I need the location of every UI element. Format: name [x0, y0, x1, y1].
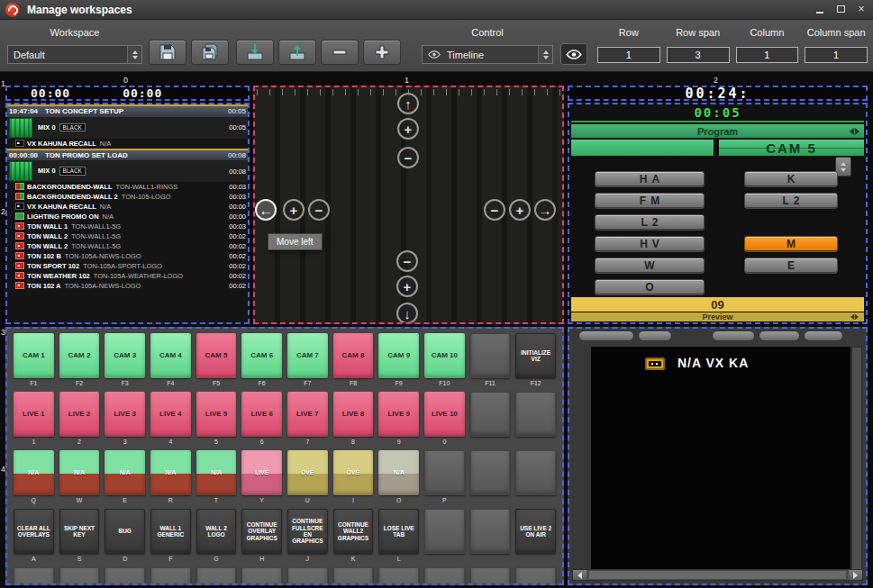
shortcut-pad[interactable]: BUG [105, 509, 145, 554]
vertical-scrollbar[interactable] [851, 347, 862, 570]
rundown-item[interactable]: BACKGROUNDEND-WALLTON-WALL1-RINGS 00:03 [7, 182, 248, 192]
shortcut-pad[interactable] [424, 450, 465, 495]
shortcut-pad[interactable]: LIVE 7 [287, 392, 328, 437]
rundown-item[interactable]: 00:00:00 TON PROMO SET LOAD 00:08 [7, 149, 248, 161]
shortcut-pad[interactable]: LIVE 2 [59, 392, 100, 437]
fader-button[interactable]: FM [595, 193, 705, 209]
shortcut-pad[interactable]: N/A [196, 450, 237, 495]
rundown-item[interactable]: 10:47:04 TON CONCEPT SETUP 00:05 [7, 104, 248, 117]
fader-button[interactable]: M [744, 236, 838, 252]
rundown-item[interactable]: TON WEATHER 102TON-105A-WEATHER-LOGO 00:… [7, 271, 248, 281]
scroll-right-icon[interactable] [849, 570, 862, 580]
fader-button[interactable]: L2 [744, 193, 838, 209]
grow-down-button[interactable]: + [396, 276, 418, 297]
shortcut-pad[interactable]: LIVE 5 [196, 392, 237, 437]
panel-button[interactable] [759, 330, 800, 341]
graphics-preview-cell[interactable]: N/A VX KA [568, 327, 868, 585]
rundown-control-cell[interactable]: 10:47:04 TON CONCEPT SETUP 00:05 MIX 0BL… [5, 103, 250, 324]
shortcut-pad[interactable]: N/A [378, 450, 419, 495]
shortcut-pad[interactable]: LOSE LIVE TAB [378, 509, 419, 554]
shortcut-pad[interactable]: DVE [287, 450, 328, 495]
clock-control-cell[interactable]: 00:00 00:00 [5, 86, 250, 101]
rundown-item[interactable]: TON SPORT 102TON-105A-SPORT-LOGO 00:02 [7, 261, 248, 271]
save-all-workspaces-button[interactable] [191, 40, 229, 65]
fader-button[interactable]: L2 [595, 214, 705, 231]
shortcut-pad[interactable] [470, 333, 511, 378]
shortcut-pad[interactable]: CONTINUE WALL2 GRAPHICS [333, 509, 374, 554]
shortcut-pad[interactable]: WALL 1 GENERIC [150, 509, 191, 554]
shortcut-pad[interactable]: CAM 6 [241, 333, 282, 378]
rundown-item[interactable]: TON 102 ATON-105A-NEWS-LOGO 00:02 [7, 281, 248, 291]
grow-left-button[interactable]: + [283, 199, 305, 221]
shortcut-pad[interactable]: N/A [14, 450, 54, 495]
shortcut-pad[interactable]: LIVE 8 [333, 392, 374, 437]
collapse-icon[interactable] [850, 128, 859, 135]
field-input[interactable] [805, 47, 868, 63]
shortcut-pad[interactable]: LIVE 9 [378, 392, 419, 437]
shortcut-pad[interactable] [287, 567, 328, 585]
shortcut-pad[interactable]: LIVE 4 [150, 392, 191, 437]
move-left-button[interactable]: ← [255, 199, 277, 221]
scroll-left-icon[interactable] [573, 570, 587, 580]
add-control-button[interactable] [363, 40, 401, 65]
shortcut-pad[interactable]: LIVE [241, 450, 282, 495]
panel-button[interactable] [638, 330, 672, 341]
shortcut-pad[interactable]: LIVE 3 [105, 392, 145, 437]
shortcut-pad[interactable] [515, 392, 556, 437]
shortcut-pad[interactable]: CAM 7 [287, 333, 328, 378]
shrink-left-button[interactable]: − [308, 199, 330, 221]
fader-button[interactable]: K [744, 171, 838, 187]
move-down-button[interactable]: ↓ [396, 303, 418, 324]
close-button[interactable]: × [855, 3, 868, 15]
shortcut-pad[interactable]: INITIALIZE VIZ [515, 333, 556, 378]
shortcut-pad[interactable] [59, 567, 100, 585]
shortcut-pad[interactable]: DVE [333, 450, 374, 495]
shortcut-pad[interactable]: CAM 2 [59, 333, 100, 378]
grow-right-button[interactable]: + [509, 199, 531, 221]
shrink-up-button[interactable]: − [397, 147, 419, 168]
panel-button[interactable] [578, 330, 634, 341]
shortcut-pad[interactable] [105, 567, 145, 585]
control-select[interactable]: Timeline [422, 45, 553, 64]
shortcut-pad[interactable] [515, 567, 556, 585]
shortcut-pad[interactable]: CONTINUE FULLSCREEN GRAPHICS [287, 509, 328, 554]
shortcut-pad[interactable] [470, 509, 511, 554]
field-input[interactable] [736, 47, 799, 63]
shortcut-pad[interactable] [378, 567, 419, 585]
shortcut-pad[interactable] [241, 567, 282, 585]
field-input[interactable] [667, 47, 730, 63]
spinner-icon[interactable] [127, 46, 141, 63]
shortcut-pad[interactable] [470, 450, 511, 495]
shortcut-pad[interactable] [515, 450, 556, 495]
rundown-item[interactable]: VX KAHUNA RECALLN/A 00:00 [7, 202, 248, 212]
spinner-icon[interactable] [538, 46, 552, 63]
shrink-right-button[interactable]: − [484, 199, 505, 221]
fader-button[interactable]: HV [595, 236, 705, 252]
shortcut-pad[interactable]: LIVE 1 [14, 392, 54, 437]
shortcut-pad[interactable]: N/A [150, 450, 191, 495]
rundown-item[interactable]: BACKGROUNDEND-WALL 2TON-105-LOGO 00:03 [7, 192, 248, 202]
save-workspace-button[interactable] [149, 40, 186, 65]
fader-button[interactable]: O [595, 279, 705, 295]
shortcut-pad[interactable]: SKIP NEXT KEY [59, 509, 100, 554]
shortcut-pad[interactable] [333, 567, 374, 585]
rundown-item[interactable]: MIX 0BLACK 00:05 [7, 117, 248, 139]
shortcut-pad[interactable]: USE LIVE 2 ON AIR [515, 509, 556, 554]
audio-panel-cell[interactable]: 00:05 Program CAM 5 HA K FM L2 [568, 103, 868, 324]
shortcut-pad[interactable]: CAM 1 [14, 333, 54, 378]
rundown-item[interactable]: VX KAHUNA RECALLN/A [7, 139, 248, 149]
remove-control-button[interactable] [321, 40, 359, 65]
title-bar[interactable]: Manage workspaces × [0, 0, 873, 20]
grow-up-button[interactable]: + [397, 118, 419, 140]
shortcut-pad[interactable]: CONTINUE OVERLAY GRAPHICS [241, 509, 282, 554]
rundown-item[interactable]: MIX 0BLACK 00:08 [7, 160, 248, 182]
shortcut-pad[interactable]: CAM 3 [105, 333, 145, 378]
fader-button[interactable]: E [744, 258, 838, 274]
shortcut-pad[interactable]: N/A [59, 450, 100, 495]
shortcut-pad[interactable]: LIVE 6 [241, 392, 282, 437]
shortcut-pad[interactable]: CLEAR ALL OVERLAYS [14, 509, 54, 554]
shortcut-pad[interactable]: N/A [105, 450, 145, 495]
collapse-icon[interactable] [850, 314, 859, 320]
shortcut-pad[interactable]: WALL 2 LOGO [196, 509, 237, 554]
program-clock-cell[interactable]: 00:24: [568, 86, 868, 101]
